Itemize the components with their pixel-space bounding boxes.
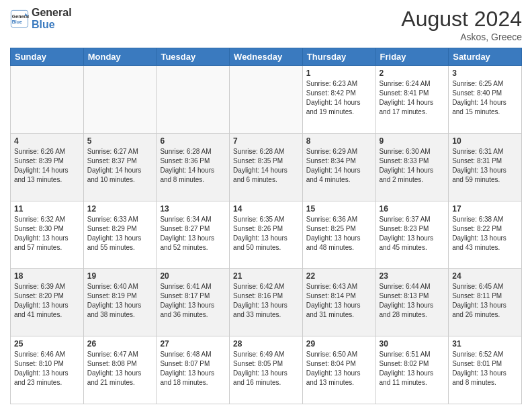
header: General Blue General Blue August 2024 As… (10, 7, 522, 42)
calendar-cell (11, 66, 84, 134)
calendar-cell (230, 66, 303, 134)
calendar-cell: 23Sunrise: 6:44 AMSunset: 8:13 PMDayligh… (375, 269, 449, 336)
day-number: 1 (306, 68, 372, 78)
calendar-cell: 29Sunrise: 6:50 AMSunset: 8:04 PMDayligh… (302, 336, 375, 404)
day-info: Sunrise: 6:27 AMSunset: 8:37 PMDaylight:… (87, 147, 153, 185)
calendar-cell: 26Sunrise: 6:47 AMSunset: 8:08 PMDayligh… (83, 336, 157, 404)
day-info: Sunrise: 6:49 AMSunset: 8:05 PMDaylight:… (233, 350, 299, 387)
day-number: 19 (87, 271, 153, 281)
calendar-cell: 11Sunrise: 6:32 AMSunset: 8:30 PMDayligh… (11, 201, 84, 269)
calendar-cell: 22Sunrise: 6:43 AMSunset: 8:14 PMDayligh… (302, 269, 375, 336)
page: General Blue General Blue August 2024 As… (0, 0, 532, 411)
day-info: Sunrise: 6:31 AMSunset: 8:31 PMDaylight:… (452, 147, 518, 185)
day-header-thursday: Thursday (302, 48, 375, 66)
logo-text: General Blue (32, 7, 72, 30)
calendar-cell: 9Sunrise: 6:30 AMSunset: 8:33 PMDaylight… (375, 133, 449, 201)
day-number: 17 (452, 204, 518, 214)
day-number: 27 (160, 339, 226, 349)
calendar-cell: 28Sunrise: 6:49 AMSunset: 8:05 PMDayligh… (230, 336, 303, 404)
day-number: 21 (233, 271, 299, 281)
day-header-wednesday: Wednesday (230, 48, 303, 66)
calendar-cell: 15Sunrise: 6:36 AMSunset: 8:25 PMDayligh… (302, 201, 375, 269)
calendar-cell: 6Sunrise: 6:28 AMSunset: 8:36 PMDaylight… (157, 133, 230, 201)
calendar: SundayMondayTuesdayWednesdayThursdayFrid… (10, 48, 522, 404)
day-number: 20 (160, 271, 226, 281)
svg-rect-0 (11, 10, 28, 27)
day-info: Sunrise: 6:40 AMSunset: 8:19 PMDaylight:… (87, 282, 153, 320)
day-header-tuesday: Tuesday (157, 48, 230, 66)
day-info: Sunrise: 6:33 AMSunset: 8:29 PMDaylight:… (87, 215, 153, 253)
day-number: 12 (87, 204, 153, 214)
day-number: 28 (233, 339, 299, 349)
day-info: Sunrise: 6:45 AMSunset: 8:11 PMDaylight:… (452, 282, 518, 320)
day-info: Sunrise: 6:35 AMSunset: 8:26 PMDaylight:… (233, 215, 299, 253)
day-info: Sunrise: 6:52 AMSunset: 8:01 PMDaylight:… (452, 350, 518, 387)
day-info: Sunrise: 6:25 AMSunset: 8:40 PMDaylight:… (452, 79, 518, 117)
title-block: August 2024 Askos, Greece (401, 7, 522, 42)
day-number: 6 (160, 136, 226, 146)
day-number: 16 (380, 204, 445, 214)
day-info: Sunrise: 6:26 AMSunset: 8:39 PMDaylight:… (14, 147, 80, 185)
calendar-cell: 4Sunrise: 6:26 AMSunset: 8:39 PMDaylight… (11, 133, 84, 201)
day-info: Sunrise: 6:38 AMSunset: 8:22 PMDaylight:… (452, 215, 518, 253)
calendar-cell: 20Sunrise: 6:41 AMSunset: 8:17 PMDayligh… (157, 269, 230, 336)
calendar-cell: 21Sunrise: 6:42 AMSunset: 8:16 PMDayligh… (230, 269, 303, 336)
calendar-cell: 13Sunrise: 6:34 AMSunset: 8:27 PMDayligh… (157, 201, 230, 269)
day-number: 29 (306, 339, 372, 349)
calendar-cell: 14Sunrise: 6:35 AMSunset: 8:26 PMDayligh… (230, 201, 303, 269)
calendar-cell: 25Sunrise: 6:46 AMSunset: 8:10 PMDayligh… (11, 336, 84, 404)
week-row-2: 4Sunrise: 6:26 AMSunset: 8:39 PMDaylight… (11, 133, 522, 201)
day-number: 9 (380, 136, 445, 146)
day-number: 24 (452, 271, 518, 281)
day-info: Sunrise: 6:42 AMSunset: 8:16 PMDaylight:… (233, 282, 299, 320)
calendar-cell: 31Sunrise: 6:52 AMSunset: 8:01 PMDayligh… (449, 336, 522, 404)
day-number: 10 (452, 136, 518, 146)
logo-line1: General (32, 7, 72, 19)
logo-line2: Blue (32, 19, 72, 31)
week-row-5: 25Sunrise: 6:46 AMSunset: 8:10 PMDayligh… (11, 336, 522, 404)
calendar-cell: 7Sunrise: 6:28 AMSunset: 8:35 PMDaylight… (230, 133, 303, 201)
calendar-cell: 5Sunrise: 6:27 AMSunset: 8:37 PMDaylight… (83, 133, 157, 201)
day-info: Sunrise: 6:50 AMSunset: 8:04 PMDaylight:… (306, 350, 372, 387)
day-info: Sunrise: 6:36 AMSunset: 8:25 PMDaylight:… (306, 215, 372, 253)
day-info: Sunrise: 6:43 AMSunset: 8:14 PMDaylight:… (306, 282, 372, 320)
day-number: 5 (87, 136, 153, 146)
day-header-sunday: Sunday (11, 48, 84, 66)
calendar-header-row: SundayMondayTuesdayWednesdayThursdayFrid… (11, 48, 522, 66)
day-number: 14 (233, 204, 299, 214)
day-info: Sunrise: 6:28 AMSunset: 8:36 PMDaylight:… (160, 147, 226, 185)
week-row-3: 11Sunrise: 6:32 AMSunset: 8:30 PMDayligh… (11, 201, 522, 269)
day-info: Sunrise: 6:32 AMSunset: 8:30 PMDaylight:… (14, 215, 80, 253)
day-number: 8 (306, 136, 372, 146)
calendar-cell: 1Sunrise: 6:23 AMSunset: 8:42 PMDaylight… (302, 66, 375, 134)
day-info: Sunrise: 6:39 AMSunset: 8:20 PMDaylight:… (14, 282, 80, 320)
day-number: 2 (380, 68, 445, 78)
logo: General Blue General Blue (10, 7, 72, 30)
day-number: 15 (306, 204, 372, 214)
week-row-1: 1Sunrise: 6:23 AMSunset: 8:42 PMDaylight… (11, 66, 522, 134)
month-year: August 2024 (401, 7, 522, 32)
calendar-cell: 17Sunrise: 6:38 AMSunset: 8:22 PMDayligh… (449, 201, 522, 269)
day-number: 13 (160, 204, 226, 214)
day-info: Sunrise: 6:34 AMSunset: 8:27 PMDaylight:… (160, 215, 226, 253)
day-number: 26 (87, 339, 153, 349)
day-info: Sunrise: 6:44 AMSunset: 8:13 PMDaylight:… (380, 282, 445, 320)
calendar-cell: 18Sunrise: 6:39 AMSunset: 8:20 PMDayligh… (11, 269, 84, 336)
day-header-monday: Monday (83, 48, 157, 66)
location: Askos, Greece (401, 32, 522, 42)
calendar-cell: 19Sunrise: 6:40 AMSunset: 8:19 PMDayligh… (83, 269, 157, 336)
week-row-4: 18Sunrise: 6:39 AMSunset: 8:20 PMDayligh… (11, 269, 522, 336)
day-info: Sunrise: 6:28 AMSunset: 8:35 PMDaylight:… (233, 147, 299, 185)
day-number: 31 (452, 339, 518, 349)
day-info: Sunrise: 6:24 AMSunset: 8:41 PMDaylight:… (380, 79, 445, 117)
calendar-cell: 16Sunrise: 6:37 AMSunset: 8:23 PMDayligh… (375, 201, 449, 269)
day-number: 4 (14, 136, 80, 146)
day-info: Sunrise: 6:30 AMSunset: 8:33 PMDaylight:… (380, 147, 445, 185)
day-number: 11 (14, 204, 80, 214)
day-info: Sunrise: 6:37 AMSunset: 8:23 PMDaylight:… (380, 215, 445, 253)
day-number: 23 (380, 271, 445, 281)
day-info: Sunrise: 6:29 AMSunset: 8:34 PMDaylight:… (306, 147, 372, 185)
calendar-cell: 2Sunrise: 6:24 AMSunset: 8:41 PMDaylight… (375, 66, 449, 134)
day-info: Sunrise: 6:41 AMSunset: 8:17 PMDaylight:… (160, 282, 226, 320)
day-info: Sunrise: 6:47 AMSunset: 8:08 PMDaylight:… (87, 350, 153, 387)
